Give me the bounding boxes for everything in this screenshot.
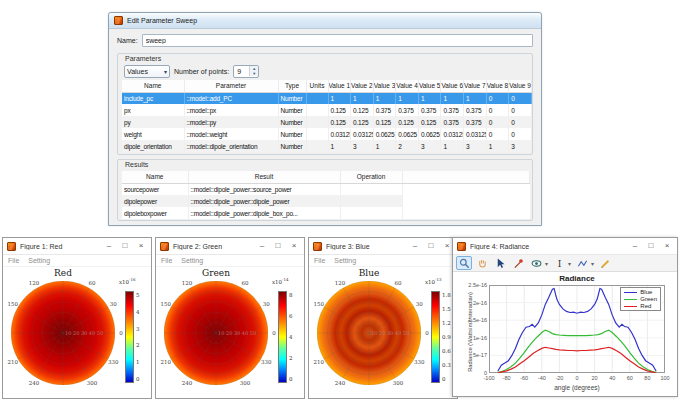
colorbar-tick-label: 0 <box>136 376 140 382</box>
column-header[interactable]: Operation <box>340 171 402 183</box>
sweep-type-dropdown[interactable]: Values ▾ <box>124 65 170 78</box>
datatip-icon[interactable] <box>510 256 526 270</box>
select-icon[interactable] <box>492 256 508 270</box>
dialog-titlebar[interactable]: Edit Parameter Sweep <box>109 13 541 29</box>
result-row-sourcepower[interactable]: sourcepower::model::dipole_power::source… <box>122 183 530 195</box>
column-header[interactable]: Type <box>278 80 306 92</box>
parameter-row-dipole_orientation[interactable]: dipole_orientation::model::dipole_orient… <box>122 140 531 152</box>
parameters-group: Parameters Values ▾ Number of points: 9 … <box>117 53 533 155</box>
parameter-row-weight[interactable]: weight::model::weightNumber0.031250.0312… <box>122 128 531 140</box>
cell: Number <box>278 104 306 116</box>
column-header[interactable]: Value 8 <box>486 80 509 92</box>
polar-plot[interactable]: Blue0306012015021024030033010 20 30 40 5… <box>309 267 457 397</box>
cell: ::model::px <box>184 104 278 116</box>
column-header[interactable]: Value 9 <box>509 80 532 92</box>
cell: sourcepower <box>122 183 188 195</box>
figure-icon <box>160 242 169 251</box>
menu-file[interactable]: File <box>161 257 172 264</box>
close-button[interactable]: × <box>661 239 673 253</box>
sweep-type-value: Values <box>127 68 148 75</box>
column-header[interactable]: Value 2 <box>351 80 374 92</box>
close-button[interactable]: × <box>135 239 147 253</box>
angle-tick-label: 240 <box>182 380 193 386</box>
column-header[interactable]: Value 6 <box>441 80 464 92</box>
column-header[interactable]: Units <box>306 80 328 92</box>
figure-titlebar[interactable]: Figure 2: Green – □ × <box>156 238 304 255</box>
zoom-icon[interactable] <box>456 256 472 270</box>
chevron-down-icon: ▾ <box>164 68 167 75</box>
cell <box>340 195 402 207</box>
column-header[interactable]: Value 5 <box>418 80 441 92</box>
column-header[interactable] <box>402 171 530 183</box>
results-table: NameResultOperationsourcepower::model::d… <box>122 171 530 219</box>
colorbar-tick-label: 3 <box>136 326 140 332</box>
chevron-down-icon[interactable]: ▾ <box>591 260 594 267</box>
column-header[interactable]: Name <box>122 171 188 183</box>
menu-setting[interactable]: Setting <box>28 257 50 264</box>
colorbar-tick-label: 2 <box>289 355 293 361</box>
x-tick-label: -80 <box>503 375 511 381</box>
text-icon[interactable]: I <box>551 256 567 270</box>
x-tick-label: -40 <box>538 375 546 381</box>
spinner-arrows[interactable]: ▲ ▼ <box>249 66 258 76</box>
angle-tick-label: 210 <box>314 359 325 365</box>
maximize-button[interactable]: □ <box>645 239 657 253</box>
maximize-button[interactable]: □ <box>425 239 437 253</box>
parameter-row-include_pc[interactable]: include_pc::model::add_PCNumber111111100 <box>122 92 531 104</box>
cell: 0 <box>509 92 532 104</box>
colorbar-tick-label: 1.8 <box>442 292 451 298</box>
angle-tick-label: 300 <box>87 380 98 386</box>
figure-icon <box>457 242 466 251</box>
column-header[interactable]: Value 7 <box>464 80 487 92</box>
column-header[interactable]: Value 4 <box>396 80 419 92</box>
y-tick-label: 2.5e-16 <box>468 282 487 288</box>
polar-plot[interactable]: Red0306012015021024030033010 20 30 40 50… <box>3 267 151 397</box>
chevron-down-icon[interactable]: ▾ <box>545 260 548 267</box>
minimize-button[interactable]: – <box>256 239 268 253</box>
figure-titlebar[interactable]: Figure 1: Red – □ × <box>3 238 151 255</box>
figure4-titlebar[interactable]: Figure 4: Radiance – □ × <box>453 238 677 255</box>
result-row-dipoleboxpower[interactable]: dipoleboxpower::model::dipole_power::dip… <box>122 207 530 219</box>
sweep-name-input[interactable] <box>142 34 533 47</box>
menu-setting[interactable]: Setting <box>181 257 203 264</box>
cell: Number <box>278 116 306 128</box>
x-tick-label: 40 <box>609 375 615 381</box>
cell: 1 <box>396 92 419 104</box>
menu-file[interactable]: File <box>8 257 19 264</box>
maximize-button[interactable]: □ <box>272 239 284 253</box>
menu-setting[interactable]: Setting <box>334 257 356 264</box>
parameter-row-py[interactable]: py::model::pyNumber0.1250.1250.1250.1250… <box>122 116 531 128</box>
cell: 0 <box>509 104 532 116</box>
cell: 0 <box>509 116 532 128</box>
view-icon[interactable] <box>528 256 544 270</box>
pan-icon[interactable] <box>474 256 490 270</box>
minimize-button[interactable]: – <box>409 239 421 253</box>
marker-icon[interactable] <box>574 256 590 270</box>
polar-plot[interactable]: Green0306012015021024030033010 20 30 40 … <box>156 267 304 397</box>
x-tick-label: 60 <box>627 375 633 381</box>
results-group-label: Results <box>125 161 148 168</box>
chevron-down-icon[interactable]: ▾ <box>568 260 571 267</box>
maximize-button[interactable]: □ <box>119 239 131 253</box>
spinner-down-icon[interactable]: ▼ <box>250 71 258 76</box>
parameter-row-px[interactable]: px::model::pxNumber0.1250.1250.3750.3750… <box>122 104 531 116</box>
column-header[interactable]: Parameter <box>184 80 278 92</box>
points-spinner[interactable]: 9 ▲ ▼ <box>233 65 259 78</box>
plot-title: Blue <box>309 268 429 278</box>
cell: 1 <box>328 92 351 104</box>
angle-tick-label: 30 <box>110 301 117 307</box>
column-header[interactable]: Result <box>188 171 340 183</box>
menu-file[interactable]: File <box>314 257 325 264</box>
column-header[interactable]: Name <box>122 80 184 92</box>
column-header[interactable]: Value 3 <box>373 80 396 92</box>
edit-icon[interactable] <box>597 256 613 270</box>
close-button[interactable]: × <box>288 239 300 253</box>
minimize-button[interactable]: – <box>103 239 115 253</box>
angle-tick-label: 0 <box>272 330 276 336</box>
figure-titlebar[interactable]: Figure 3: Blue – □ × <box>309 238 457 255</box>
minimize-button[interactable]: – <box>629 239 641 253</box>
result-row-dipolepower[interactable]: dipolepower::model::dipole_power::dipole… <box>122 195 530 207</box>
angle-tick-label: 60 <box>89 280 96 286</box>
dialog-title: Edit Parameter Sweep <box>127 17 197 24</box>
column-header[interactable]: Value 1 <box>328 80 351 92</box>
